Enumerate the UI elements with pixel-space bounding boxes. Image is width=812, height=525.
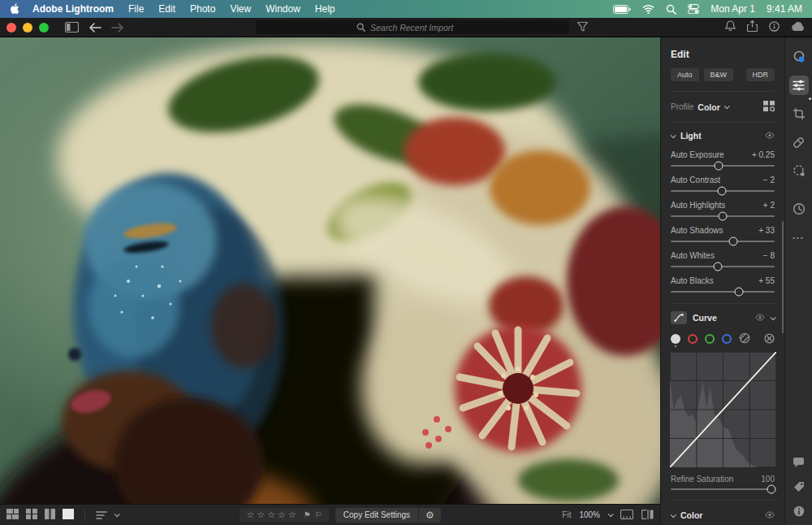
color-visibility-eye-icon[interactable] bbox=[765, 511, 775, 520]
menu-edit[interactable]: Edit bbox=[158, 3, 175, 15]
refine-saturation-track[interactable] bbox=[671, 488, 775, 490]
edit-panel: Edit Auto B&W HDR Profile Color bbox=[660, 37, 784, 525]
control-center-icon[interactable] bbox=[688, 4, 699, 14]
minimize-window-button[interactable] bbox=[23, 23, 32, 33]
crop-rotate-icon[interactable] bbox=[789, 104, 809, 124]
edit-panel-title: Edit bbox=[671, 37, 775, 68]
battery-icon[interactable] bbox=[613, 5, 631, 14]
keywords-tag-icon[interactable] bbox=[793, 481, 805, 496]
share-icon[interactable] bbox=[747, 20, 758, 35]
filmstrip-toggle-icon[interactable] bbox=[620, 508, 633, 523]
search-field[interactable] bbox=[256, 20, 569, 34]
forward-arrow-icon[interactable] bbox=[111, 23, 124, 33]
tone-curve-chart[interactable] bbox=[670, 352, 775, 469]
comments-icon[interactable] bbox=[793, 457, 805, 471]
sort-icon[interactable] bbox=[96, 508, 107, 523]
menu-bar-date[interactable]: Mon Apr 1 bbox=[710, 3, 755, 15]
square-grid-view-icon[interactable] bbox=[26, 508, 37, 523]
photo[interactable] bbox=[0, 37, 660, 504]
filter-icon[interactable] bbox=[577, 20, 588, 35]
settings-gear-icon[interactable]: ⚙ bbox=[419, 510, 441, 521]
photo-grid-view-icon[interactable] bbox=[6, 508, 19, 523]
profile-browser-icon[interactable] bbox=[763, 101, 775, 113]
curve-channel-blue-icon[interactable] bbox=[722, 334, 732, 344]
curve-channel-red-icon[interactable] bbox=[688, 334, 698, 344]
panel-scrollbar[interactable] bbox=[782, 221, 784, 333]
spotlight-search-icon[interactable] bbox=[666, 4, 676, 15]
wifi-icon[interactable] bbox=[642, 5, 654, 14]
menu-window[interactable]: Window bbox=[266, 3, 300, 15]
color-collapse-chevron-icon[interactable] bbox=[671, 512, 676, 518]
cloud-sync-icon[interactable] bbox=[791, 20, 806, 35]
contrast-slider-knob[interactable] bbox=[717, 187, 726, 196]
highlights-slider-track[interactable] bbox=[671, 215, 775, 217]
refine-saturation-knob[interactable] bbox=[767, 485, 776, 494]
menu-help[interactable]: Help bbox=[315, 3, 335, 15]
curve-histogram bbox=[670, 352, 776, 467]
before-after-view-icon[interactable] bbox=[641, 508, 654, 523]
bw-button[interactable]: B&W bbox=[704, 68, 734, 81]
healing-brush-icon[interactable] bbox=[789, 132, 809, 152]
exposure-slider-knob[interactable] bbox=[714, 162, 723, 171]
light-visibility-eye-icon[interactable] bbox=[765, 132, 775, 141]
curve-collapse-chevron-icon[interactable] bbox=[771, 315, 776, 320]
window-toolbar bbox=[0, 18, 812, 37]
flag-pick-icon[interactable]: ⚑ bbox=[304, 510, 311, 519]
curve-channel-green-icon[interactable] bbox=[705, 334, 715, 344]
slider-auto-highlights: Auto Highlights+ 2 bbox=[671, 194, 775, 217]
menu-photo[interactable]: Photo bbox=[190, 3, 215, 15]
slider-auto-exposure: Auto Exposure+ 0.25 bbox=[671, 144, 775, 167]
blacks-slider-track[interactable] bbox=[671, 291, 775, 293]
masking-icon[interactable] bbox=[789, 161, 809, 180]
search-input[interactable] bbox=[370, 23, 468, 33]
close-window-button[interactable] bbox=[6, 23, 16, 33]
more-tools-icon[interactable]: ••• bbox=[789, 228, 809, 247]
profile-label: Profile bbox=[671, 102, 693, 111]
zoom-chevron-down-icon[interactable] bbox=[608, 511, 614, 517]
slider-auto-contrast: Auto Contrast− 2 bbox=[671, 169, 775, 192]
tool-rail: ••• bbox=[784, 37, 812, 525]
detail-view-icon[interactable] bbox=[63, 508, 74, 523]
lightroom-app: Adobe Lightroom File Edit Photo View Win… bbox=[0, 0, 812, 525]
menu-view[interactable]: View bbox=[230, 3, 251, 15]
copy-edit-settings-button[interactable]: Copy Edit Settings bbox=[335, 510, 418, 519]
whites-slider-knob[interactable] bbox=[713, 262, 722, 271]
shadows-slider-track[interactable] bbox=[671, 241, 775, 242]
slider-auto-shadows: Auto Shadows+ 33 bbox=[671, 219, 775, 242]
photo-info-icon[interactable] bbox=[793, 505, 805, 520]
whites-slider-track[interactable] bbox=[671, 266, 775, 267]
blacks-slider-knob[interactable] bbox=[735, 288, 744, 297]
highlights-slider-knob[interactable] bbox=[719, 212, 728, 221]
light-collapse-chevron-icon[interactable] bbox=[671, 132, 676, 138]
flag-reject-icon[interactable]: ⚐ bbox=[315, 510, 322, 519]
apple-menu-icon[interactable] bbox=[10, 3, 19, 15]
star-rating[interactable]: ☆☆☆☆☆ bbox=[246, 510, 298, 520]
targeted-adjustment-icon[interactable] bbox=[764, 333, 775, 345]
menu-file[interactable]: File bbox=[128, 3, 144, 15]
compare-view-icon[interactable] bbox=[45, 508, 55, 523]
contrast-slider-track[interactable] bbox=[671, 190, 775, 192]
curve-tool-icon[interactable] bbox=[671, 311, 687, 324]
info-circle-icon[interactable] bbox=[769, 20, 780, 35]
notifications-bell-icon[interactable] bbox=[725, 20, 736, 35]
exposure-slider-track[interactable] bbox=[671, 165, 775, 167]
refine-saturation-value: 100 bbox=[761, 475, 775, 484]
fit-label[interactable]: Fit bbox=[562, 510, 571, 519]
menu-bar-time[interactable]: 9:41 AM bbox=[767, 3, 802, 15]
hdr-button[interactable]: HDR bbox=[746, 68, 775, 81]
sidebar-toggle-icon[interactable] bbox=[65, 22, 79, 33]
zoom-level[interactable]: 100% bbox=[579, 510, 600, 519]
curve-visibility-eye-icon[interactable] bbox=[755, 314, 765, 323]
profile-value[interactable]: Color bbox=[698, 102, 719, 112]
back-arrow-icon[interactable] bbox=[89, 23, 102, 33]
presets-icon[interactable] bbox=[789, 47, 809, 67]
curve-point-mode-icon[interactable] bbox=[739, 332, 750, 345]
shadows-slider-knob[interactable] bbox=[728, 237, 737, 246]
auto-button[interactable]: Auto bbox=[671, 68, 699, 81]
edit-tool-icon[interactable] bbox=[789, 76, 809, 95]
app-name[interactable]: Adobe Lightroom bbox=[32, 3, 114, 15]
versions-history-icon[interactable] bbox=[789, 199, 809, 219]
zoom-window-button[interactable] bbox=[39, 23, 49, 33]
profile-chevron-down-icon[interactable] bbox=[723, 103, 729, 109]
curve-channel-all-icon[interactable] bbox=[671, 334, 680, 344]
